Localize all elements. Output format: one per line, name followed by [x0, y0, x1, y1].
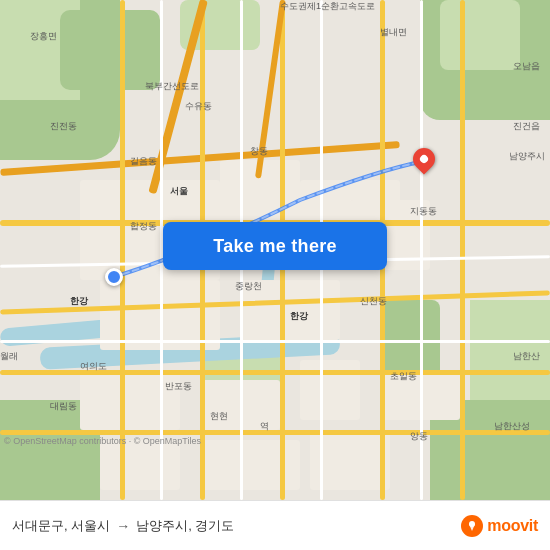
major-road — [120, 0, 125, 500]
urban-block — [240, 280, 340, 340]
major-road — [460, 0, 465, 500]
route-info: 서대문구, 서울시 → 남양주시, 경기도 — [12, 517, 234, 535]
separator: → — [116, 518, 130, 534]
moovit-icon — [461, 515, 483, 537]
map-copyright: © OpenStreetMap contributors · © OpenMap… — [4, 436, 201, 446]
moovit-svg — [465, 519, 479, 533]
minor-road — [0, 340, 550, 343]
minor-road — [420, 0, 423, 500]
origin-marker — [105, 268, 123, 286]
urban-block — [200, 440, 300, 490]
moovit-brand-text: moovit — [487, 517, 538, 535]
take-me-there-button[interactable]: Take me there — [163, 222, 387, 270]
urban-block — [100, 440, 180, 490]
take-me-there-label: Take me there — [213, 236, 337, 257]
moovit-logo: moovit — [461, 515, 538, 537]
footer-bar: 서대문구, 서울시 → 남양주시, 경기도 moovit — [0, 500, 550, 550]
urban-block — [80, 370, 180, 430]
green-area — [60, 10, 160, 90]
major-road — [0, 370, 550, 375]
destination-text: 남양주시, 경기도 — [136, 517, 234, 535]
urban-block — [300, 360, 360, 420]
major-road — [0, 430, 550, 435]
green-area — [440, 0, 520, 70]
origin-text: 서대문구, 서울시 — [12, 517, 110, 535]
destination-marker — [413, 148, 435, 170]
map-view: 장흥면 진전동 길음동 서울 합정동 한강 중랑천 한강 신천동 별내면 오남읍… — [0, 0, 550, 500]
